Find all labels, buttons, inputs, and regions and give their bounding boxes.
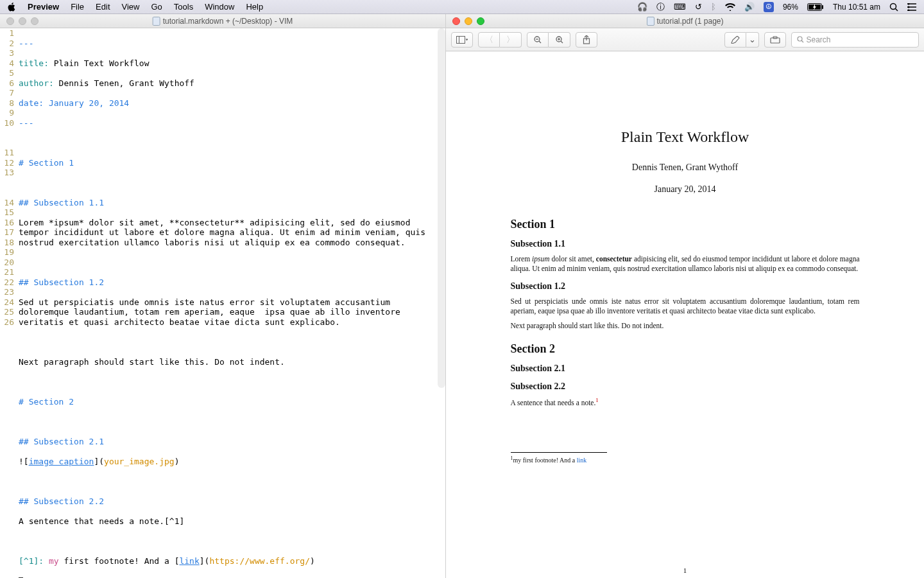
keyboard-icon[interactable]: ⌨︎ bbox=[674, 2, 686, 12]
preview-window: tutorial.pdf (1 page) 〈 〉 ⌄ Search Plain… bbox=[446, 14, 924, 578]
zoom-button[interactable] bbox=[31, 17, 38, 25]
back-button[interactable]: 〈 bbox=[478, 32, 500, 48]
timemachine-icon[interactable]: ↺ bbox=[695, 2, 702, 12]
markup-dropdown-button[interactable]: ⌄ bbox=[746, 32, 759, 48]
document-icon bbox=[646, 17, 654, 26]
search-placeholder: Search bbox=[807, 35, 831, 44]
subsection-1-1-heading: Subsection 1.1 bbox=[511, 239, 860, 249]
doc-date: January 20, 2014 bbox=[511, 184, 860, 195]
sidebar-toggle-button[interactable] bbox=[451, 32, 473, 48]
svg-point-24 bbox=[798, 37, 802, 41]
menu-view[interactable]: View bbox=[122, 2, 140, 12]
svg-rect-11 bbox=[457, 36, 465, 43]
section-1-heading: Section 1 bbox=[511, 218, 860, 231]
info-icon[interactable]: ⓘ bbox=[656, 1, 665, 13]
footnote-rule bbox=[511, 452, 607, 453]
zoom-button[interactable] bbox=[477, 17, 484, 25]
bluetooth-icon[interactable]: ᛒ bbox=[711, 2, 716, 12]
preview-titlebar[interactable]: tutorial.pdf (1 page) bbox=[446, 14, 924, 28]
vim-titlebar[interactable]: tutorial.markdown + (~/Desktop) - VIM bbox=[0, 14, 445, 28]
menu-tools[interactable]: Tools bbox=[174, 2, 193, 12]
peace-icon[interactable]: ☮ bbox=[764, 2, 774, 12]
menubar-app-name[interactable]: Preview bbox=[28, 2, 59, 12]
page-number: 1 bbox=[683, 566, 687, 574]
svg-point-8 bbox=[908, 3, 910, 5]
menu-file[interactable]: File bbox=[71, 2, 84, 12]
paragraph: Next paragraph should start like this. D… bbox=[511, 321, 860, 331]
preview-toolbar: 〈 〉 ⌄ Search bbox=[446, 28, 924, 51]
vim-window: tutorial.markdown + (~/Desktop) - VIM 12… bbox=[0, 14, 446, 578]
svg-line-15 bbox=[539, 41, 541, 43]
notification-center-icon[interactable] bbox=[907, 3, 916, 11]
paragraph: Sed ut perspiciatis unde omnis iste natu… bbox=[511, 297, 860, 316]
footnote: 1my first footnote! And a link bbox=[511, 455, 860, 464]
vim-window-title: tutorial.markdown + (~/Desktop) - VIM bbox=[163, 17, 293, 26]
spotlight-icon[interactable] bbox=[889, 3, 898, 12]
volume-icon[interactable]: 🔊 bbox=[744, 2, 755, 12]
paragraph: Lorem ipsum dolor sit amet, consectetur … bbox=[511, 254, 860, 274]
toolbox-button[interactable] bbox=[764, 32, 786, 48]
subsection-1-2-heading: Subsection 1.2 bbox=[511, 281, 860, 292]
doc-title: Plain Text Workflow bbox=[511, 128, 860, 146]
svg-line-4 bbox=[896, 8, 898, 11]
minimize-button[interactable] bbox=[465, 17, 472, 25]
headphones-icon[interactable]: 🎧 bbox=[637, 2, 647, 12]
document-icon bbox=[153, 17, 160, 26]
search-icon bbox=[797, 36, 804, 43]
menu-window[interactable]: Window bbox=[205, 2, 234, 12]
share-button[interactable] bbox=[576, 32, 597, 48]
paragraph: A sentence that needs a note.1 bbox=[511, 397, 860, 408]
line-gutter: 12345678910 111213 141516171819202122232… bbox=[0, 28, 17, 578]
pdf-page: Plain Text Workflow Dennis Tenen, Grant … bbox=[480, 59, 891, 578]
macos-menubar: Preview File Edit View Go Tools Window H… bbox=[0, 0, 924, 14]
close-button[interactable] bbox=[452, 17, 460, 25]
svg-line-19 bbox=[561, 41, 563, 43]
battery-percent: 96% bbox=[783, 3, 798, 12]
subsection-2-1-heading: Subsection 2.1 bbox=[511, 363, 860, 374]
code-content[interactable]: --- title: Plain Text Workflow author: D… bbox=[19, 28, 445, 578]
svg-point-10 bbox=[908, 9, 910, 11]
vim-editor[interactable]: 12345678910 111213 141516171819202122232… bbox=[0, 28, 445, 578]
svg-point-3 bbox=[891, 3, 896, 9]
menu-edit[interactable]: Edit bbox=[96, 2, 110, 12]
subsection-2-2-heading: Subsection 2.2 bbox=[511, 381, 860, 392]
search-input[interactable]: Search bbox=[791, 32, 920, 48]
svg-rect-1 bbox=[822, 5, 823, 9]
apple-icon[interactable] bbox=[8, 3, 16, 12]
menu-go[interactable]: Go bbox=[151, 2, 162, 12]
minimize-button[interactable] bbox=[19, 17, 26, 25]
svg-line-25 bbox=[801, 40, 803, 42]
preview-body[interactable]: Plain Text Workflow Dennis Tenen, Grant … bbox=[446, 51, 924, 578]
battery-icon[interactable] bbox=[807, 3, 824, 11]
markup-button[interactable] bbox=[724, 32, 746, 48]
forward-button[interactable]: 〉 bbox=[500, 32, 522, 48]
svg-point-9 bbox=[908, 6, 910, 8]
doc-author: Dennis Tenen, Grant Wythoff bbox=[511, 162, 860, 173]
preview-window-title: tutorial.pdf (1 page) bbox=[656, 17, 723, 26]
menu-help[interactable]: Help bbox=[246, 2, 263, 12]
zoom-in-button[interactable] bbox=[549, 32, 570, 48]
zoom-out-button[interactable] bbox=[527, 32, 549, 48]
section-2-heading: Section 2 bbox=[511, 342, 860, 356]
wifi-icon[interactable] bbox=[725, 3, 735, 11]
clock[interactable]: Thu 10:51 am bbox=[833, 3, 880, 12]
close-button[interactable] bbox=[6, 17, 14, 25]
